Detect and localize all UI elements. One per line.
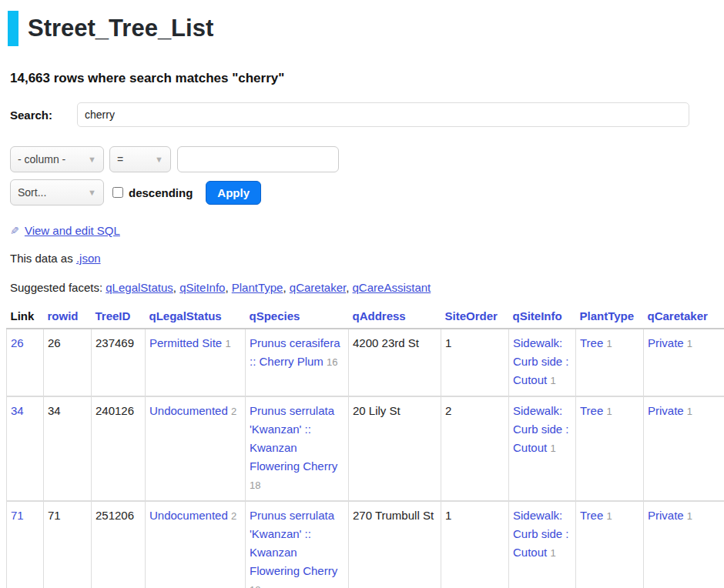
- chevron-down-icon: ▼: [88, 188, 96, 197]
- facet-link-qSiteInfo[interactable]: qSiteInfo: [179, 281, 225, 294]
- plant-type-link[interactable]: Tree: [580, 404, 603, 417]
- facet-count: 18: [250, 584, 260, 588]
- cell-species: Prunus serrulata 'Kwanzan' :: Kwanzan Fl…: [246, 396, 349, 501]
- facet-list: qLegalStatus, qSiteInfo, PlantType, qCar…: [106, 281, 431, 294]
- column-header-qcaretaker[interactable]: qCaretaker: [644, 306, 724, 329]
- facet-count: 16: [327, 356, 337, 368]
- suggested-facets-line: Suggested facets: qLegalStatus, qSiteInf…: [10, 281, 714, 294]
- column-header-siteorder[interactable]: SiteOrder: [441, 306, 509, 329]
- cell-caretaker: Private 1: [644, 501, 724, 588]
- sort-select-value: Sort...: [18, 186, 46, 199]
- caretaker-link[interactable]: Private: [648, 509, 684, 522]
- cell-rowid: 34: [44, 396, 92, 501]
- filter-row: - column - ▼ = ▼: [10, 146, 714, 172]
- cell-address: 20 Lily St: [349, 396, 441, 501]
- cell-site-order: 1: [441, 501, 509, 588]
- sort-row: Sort... ▼ descending Apply: [10, 179, 714, 205]
- species-link[interactable]: Prunus serrulata 'Kwanzan' :: Kwanzan Fl…: [250, 509, 337, 577]
- table-row: 26 26 237469 Permitted Site 1 Prunus cer…: [7, 329, 724, 396]
- page-title: Street_Tree_List: [28, 15, 213, 42]
- facet-link-qCareAssistant[interactable]: qCareAssistant: [353, 281, 431, 294]
- cell-legal-status: Undocumented 2: [146, 501, 246, 588]
- cell-plant-type: Tree 1: [576, 501, 644, 588]
- facet-count: 1: [606, 338, 612, 349]
- table-row: 71 71 251206 Undocumented 2 Prunus serru…: [7, 501, 724, 588]
- species-link[interactable]: Prunus serrulata 'Kwanzan' :: Kwanzan Fl…: [250, 404, 337, 473]
- cell-site-order: 2: [441, 396, 509, 501]
- results-table: Link rowid TreeID qLegalStatus qSpecies …: [6, 306, 724, 588]
- column-header-qaddress[interactable]: qAddress: [349, 306, 441, 329]
- cell-plant-type: Tree 1: [576, 329, 644, 396]
- facet-count: 1: [606, 406, 612, 417]
- json-export-link[interactable]: .json: [76, 252, 101, 265]
- facet-link-qCaretaker[interactable]: qCaretaker: [290, 281, 346, 294]
- legal-status-link[interactable]: Permitted Site: [149, 336, 222, 349]
- cell-link: 71: [7, 501, 44, 588]
- chevron-down-icon: ▼: [155, 155, 163, 164]
- accent-bar: [8, 11, 18, 46]
- column-header-qspecies[interactable]: qSpecies: [246, 306, 349, 329]
- suggested-facets-label: Suggested facets:: [10, 281, 102, 294]
- column-header-qsiteinfo[interactable]: qSiteInfo: [509, 306, 576, 329]
- column-header-qlegalstatus[interactable]: qLegalStatus: [146, 306, 246, 329]
- plant-type-link[interactable]: Tree: [580, 336, 603, 349]
- cell-site-info: Sidewalk: Curb side : Cutout 1: [509, 501, 576, 588]
- sort-select[interactable]: Sort... ▼: [10, 179, 104, 205]
- site-info-link[interactable]: Sidewalk: Curb side : Cutout: [513, 509, 569, 559]
- facet-count: 1: [687, 406, 692, 417]
- cell-species: Prunus cerasifera :: Cherry Plum 16: [246, 329, 349, 396]
- site-info-link[interactable]: Sidewalk: Curb side : Cutout: [513, 404, 569, 454]
- data-export-prefix: This data as: [10, 252, 73, 265]
- facet-count: 2: [231, 510, 236, 522]
- legal-status-link[interactable]: Undocumented: [149, 404, 228, 417]
- row-count-summary: 14,663 rows where search matches "cherry…: [10, 71, 714, 86]
- caretaker-link[interactable]: Private: [648, 404, 684, 417]
- cell-caretaker: Private 1: [644, 396, 724, 501]
- descending-checkbox[interactable]: [112, 187, 123, 198]
- search-label: Search:: [10, 109, 77, 122]
- table-header-row: Link rowid TreeID qLegalStatus qSpecies …: [7, 306, 724, 329]
- cell-link: 26: [7, 329, 44, 396]
- filter-column-select[interactable]: - column - ▼: [10, 146, 104, 172]
- data-export-line: This data as .json: [10, 252, 714, 265]
- cell-treeid: 240126: [92, 396, 146, 501]
- apply-button[interactable]: Apply: [206, 181, 261, 205]
- column-header-treeid[interactable]: TreeID: [92, 306, 146, 329]
- filter-operator-value: =: [117, 153, 123, 165]
- cell-site-info: Sidewalk: Curb side : Cutout 1: [509, 329, 576, 396]
- facet-count: 1: [550, 547, 555, 559]
- row-link[interactable]: 34: [11, 404, 24, 417]
- cell-address: 4200 23rd St: [349, 329, 441, 396]
- pencil-icon: ✎: [10, 225, 19, 237]
- facet-count: 1: [687, 510, 692, 522]
- cell-site-order: 1: [441, 329, 509, 396]
- facet-link-PlantType[interactable]: PlantType: [232, 281, 283, 294]
- search-input[interactable]: [77, 102, 689, 127]
- facet-count: 1: [606, 510, 612, 522]
- facet-count: 1: [550, 443, 555, 454]
- facet-count: 1: [550, 375, 555, 386]
- filter-column-value: - column -: [18, 153, 65, 165]
- column-header-rowid[interactable]: rowid: [44, 306, 92, 329]
- column-header-link: Link: [7, 306, 44, 329]
- row-link[interactable]: 71: [11, 509, 24, 522]
- facet-link-qLegalStatus[interactable]: qLegalStatus: [106, 281, 173, 294]
- masthead: Street_Tree_List: [8, 11, 714, 46]
- site-info-link[interactable]: Sidewalk: Curb side : Cutout: [513, 336, 569, 386]
- filter-operator-select[interactable]: = ▼: [109, 146, 171, 172]
- caretaker-link[interactable]: Private: [648, 336, 684, 349]
- view-edit-sql-link[interactable]: View and edit SQL: [25, 224, 120, 237]
- cell-legal-status: Undocumented 2: [146, 396, 246, 501]
- sql-line: ✎ View and edit SQL: [10, 224, 714, 237]
- row-link[interactable]: 26: [11, 336, 24, 349]
- facet-count: 1: [687, 338, 692, 349]
- filter-value-input[interactable]: [177, 146, 339, 172]
- descending-label: descending: [129, 186, 193, 199]
- column-header-planttype[interactable]: PlantType: [576, 306, 644, 329]
- cell-link: 34: [7, 396, 44, 501]
- facet-count: 18: [250, 479, 260, 491]
- cell-rowid: 26: [44, 329, 92, 396]
- legal-status-link[interactable]: Undocumented: [149, 509, 228, 522]
- page: Street_Tree_List 14,663 rows where searc…: [0, 0, 724, 588]
- plant-type-link[interactable]: Tree: [580, 509, 603, 522]
